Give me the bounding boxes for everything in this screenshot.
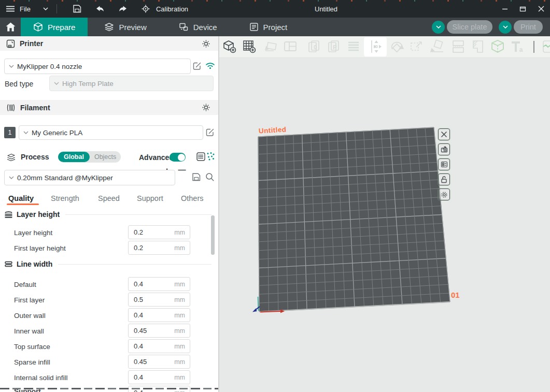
screen-artifact-strip — [0, 388, 218, 389]
parameter-table-icon[interactable] — [196, 152, 206, 162]
stack-objects-icon — [346, 39, 361, 54]
sidebar-scrollbar[interactable] — [211, 215, 215, 255]
process-tab-support[interactable]: Support — [137, 194, 163, 202]
auto-orient-icon — [263, 39, 279, 54]
print-button[interactable]: Print — [514, 20, 543, 34]
plate-lock-button[interactable] — [438, 173, 450, 185]
param-input-first-layer-width[interactable]: 0.5 mm — [128, 293, 190, 307]
lay-flat-tool-icon — [430, 39, 445, 54]
printer-settings-gear-icon[interactable] — [202, 39, 210, 48]
param-unit: mm — [174, 229, 190, 236]
orca-slicer-window: File Calibration Untitled — [0, 0, 550, 392]
process-tab-quality[interactable]: Quality — [8, 194, 34, 202]
filament-preset-combo[interactable]: My Generic PLA — [19, 125, 203, 140]
printer-icon — [6, 39, 15, 48]
line-width-section-header: Line width — [4, 260, 211, 268]
process-tab-others[interactable]: Others — [181, 194, 204, 202]
calibration-label[interactable]: Calibration — [156, 5, 188, 13]
advanced-toggle[interactable] — [170, 153, 186, 162]
undo-icon[interactable] — [96, 6, 104, 12]
plate-delete-button[interactable] — [438, 128, 450, 140]
scope-objects-option[interactable]: Objects — [90, 152, 121, 162]
plate-gear-button[interactable] — [438, 188, 450, 200]
chevron-down-icon — [23, 131, 29, 134]
param-unit: mm — [174, 374, 190, 381]
window-title: Untitled — [315, 0, 337, 18]
color-fill-tool-icon — [470, 39, 486, 54]
print-options-chevron[interactable] — [499, 21, 512, 34]
param-input-inner-wall-width[interactable]: 0.45 mm — [128, 324, 190, 338]
save-preset-icon[interactable] — [192, 173, 201, 181]
bed-type-combo[interactable]: High Temp Plate — [49, 76, 214, 91]
compare-presets-dots-icon[interactable] — [206, 152, 215, 161]
filament-section-header: Filament + — — [0, 100, 218, 115]
tab-project[interactable]: Project — [237, 18, 300, 36]
param-input-sparse-infill-width[interactable]: 0.45 mm — [128, 355, 190, 369]
printer-section-header: Printer — [0, 36, 218, 51]
import-objects-icon: 0 — [306, 39, 322, 54]
param-unit: mm — [174, 327, 190, 335]
printer-preset-combo[interactable]: MyKlipper 0.4 nozzle — [4, 59, 191, 74]
filament-section-title: Filament — [20, 104, 50, 112]
edit-printer-icon[interactable] — [193, 62, 202, 70]
process-preset-combo[interactable]: 0.20mm Standard @MyKlipper — [4, 170, 175, 185]
save-icon[interactable] — [73, 5, 81, 13]
screen-artifact-strip — [0, 0, 550, 2]
window-maximize-button[interactable] — [514, 0, 532, 18]
window-minimize-button[interactable] — [496, 0, 514, 18]
param-unit: mm — [174, 343, 190, 350]
prepare-box-icon — [33, 22, 43, 32]
chevron-down-icon — [54, 82, 59, 85]
window-close-button[interactable] — [532, 0, 550, 18]
menu-hamburger-icon[interactable] — [6, 6, 15, 12]
param-input-outer-wall-width[interactable]: 0.4 mm — [128, 308, 190, 322]
chevron-down-icon[interactable] — [43, 7, 48, 10]
param-value: 0.45 — [129, 358, 174, 366]
param-label: Layer height — [14, 229, 52, 237]
tab-preview[interactable]: Preview — [92, 18, 159, 36]
slice-options-chevron[interactable] — [432, 21, 445, 34]
param-input-internal-solid-infill-width[interactable]: 0.4 mm — [128, 370, 190, 384]
param-unit: mm — [174, 296, 190, 303]
tab-device[interactable]: Device — [166, 18, 230, 36]
tab-project-label: Project — [263, 23, 288, 32]
home-button[interactable] — [0, 18, 21, 36]
viewport-3d-canvas[interactable]: 0 P — [219, 36, 550, 392]
build-plate[interactable] — [219, 57, 550, 392]
file-menu-label[interactable]: File — [20, 5, 31, 13]
param-value: 0.4 — [129, 373, 174, 381]
remove-filament-button[interactable]: — — [177, 165, 187, 175]
calibration-icon[interactable] — [142, 5, 150, 13]
search-preset-icon[interactable] — [205, 172, 215, 182]
param-input-top-surface-width[interactable]: 0.4 mm — [128, 339, 190, 353]
process-tab-strength[interactable]: Strength — [51, 194, 79, 202]
param-input-first-layer-height[interactable]: 0.2 mm — [128, 241, 190, 255]
wifi-connection-icon[interactable] — [205, 62, 215, 69]
plate-number-label: 01 — [451, 291, 460, 299]
tab-prepare[interactable]: Prepare — [21, 18, 88, 36]
filament-slot-badge[interactable]: 1 — [4, 127, 16, 138]
preview-layers-icon — [104, 22, 114, 32]
add-object-icon[interactable] — [222, 39, 237, 54]
param-input-default-width[interactable]: 0.4 mm — [128, 277, 190, 291]
titlebar: File Calibration Untitled — [0, 0, 550, 18]
edit-filament-icon[interactable] — [206, 128, 215, 137]
svg-text:P: P — [333, 44, 336, 50]
filament-settings-gear-icon[interactable] — [202, 103, 210, 112]
param-value: 0.45 — [129, 327, 174, 335]
param-label: Sparse infill — [14, 358, 50, 366]
filament-icon — [6, 104, 16, 112]
redo-icon[interactable] — [119, 6, 127, 12]
add-plate-icon[interactable] — [242, 39, 257, 54]
process-tab-speed[interactable]: Speed — [98, 194, 120, 202]
param-input-layer-height[interactable]: 0.2 mm — [128, 225, 190, 239]
plate-arrange-button[interactable] — [438, 143, 450, 155]
param-label: First layer height — [14, 244, 66, 252]
section-divider — [58, 264, 211, 265]
scope-global-option[interactable]: Global — [58, 152, 90, 162]
param-label: Default — [14, 281, 36, 288]
slice-plate-button[interactable]: Slice plate — [447, 20, 492, 34]
device-monitor-icon — [179, 22, 189, 32]
plate-settings-button[interactable] — [438, 158, 450, 170]
viewport-toolbar: 0 P — [219, 36, 550, 58]
